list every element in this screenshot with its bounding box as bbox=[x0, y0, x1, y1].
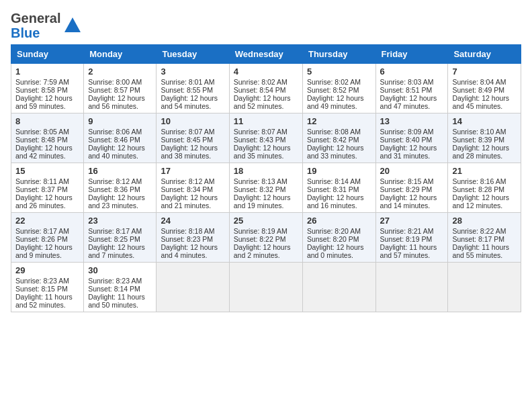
logo-icon bbox=[63, 16, 82, 35]
sunrise-text: Sunrise: 8:23 AM bbox=[88, 277, 152, 285]
sunrise-text: Sunrise: 8:04 AM bbox=[452, 78, 517, 86]
sunrise-text: Sunrise: 8:05 AM bbox=[15, 128, 79, 136]
sunset-text: Sunset: 8:26 PM bbox=[15, 235, 79, 243]
daylight-text: Daylight: 12 hours and 54 minutes. bbox=[161, 94, 224, 110]
calendar-week-row: 8Sunrise: 8:05 AMSunset: 8:48 PMDaylight… bbox=[11, 113, 521, 163]
day-number: 3 bbox=[161, 66, 224, 77]
day-number: 2 bbox=[88, 66, 152, 77]
sunrise-text: Sunrise: 8:15 AM bbox=[380, 177, 444, 185]
daylight-text: Daylight: 12 hours and 35 minutes. bbox=[234, 144, 298, 160]
sunset-text: Sunset: 8:43 PM bbox=[234, 136, 298, 144]
daylight-text: Daylight: 12 hours and 0 minutes. bbox=[307, 243, 371, 259]
daylight-text: Daylight: 12 hours and 7 minutes. bbox=[88, 243, 152, 259]
daylight-text: Daylight: 12 hours and 4 minutes. bbox=[161, 243, 224, 259]
sunset-text: Sunset: 8:51 PM bbox=[380, 86, 444, 94]
sunrise-text: Sunrise: 8:09 AM bbox=[380, 128, 444, 136]
sunrise-text: Sunrise: 8:06 AM bbox=[88, 128, 152, 136]
sunrise-text: Sunrise: 8:01 AM bbox=[161, 78, 224, 86]
calendar-week-row: 15Sunrise: 8:11 AMSunset: 8:37 PMDayligh… bbox=[11, 163, 521, 213]
day-number: 14 bbox=[452, 116, 517, 126]
calendar-cell: 6Sunrise: 8:03 AMSunset: 8:51 PMDaylight… bbox=[375, 64, 448, 113]
sunrise-text: Sunrise: 8:14 AM bbox=[307, 177, 371, 185]
sunset-text: Sunset: 8:55 PM bbox=[161, 86, 224, 94]
sunrise-text: Sunrise: 8:18 AM bbox=[161, 227, 224, 235]
daylight-text: Daylight: 12 hours and 33 minutes. bbox=[307, 144, 371, 160]
sunrise-text: Sunrise: 8:22 AM bbox=[452, 227, 517, 235]
sunset-text: Sunset: 8:48 PM bbox=[15, 136, 79, 144]
calendar-cell: 2Sunrise: 8:00 AMSunset: 8:57 PMDaylight… bbox=[84, 64, 157, 113]
sunrise-text: Sunrise: 8:03 AM bbox=[380, 78, 444, 86]
sunrise-text: Sunrise: 8:17 AM bbox=[15, 227, 79, 235]
header: General Blue bbox=[11, 11, 521, 40]
calendar-cell: 11Sunrise: 8:07 AMSunset: 8:43 PMDayligh… bbox=[229, 113, 302, 163]
daylight-text: Daylight: 12 hours and 16 minutes. bbox=[307, 193, 371, 210]
calendar-cell bbox=[157, 263, 229, 312]
calendar-cell: 9Sunrise: 8:06 AMSunset: 8:46 PMDaylight… bbox=[84, 113, 157, 163]
sunset-text: Sunset: 8:34 PM bbox=[161, 185, 224, 193]
day-number: 24 bbox=[161, 216, 224, 226]
sunrise-text: Sunrise: 8:17 AM bbox=[88, 227, 152, 235]
daylight-text: Daylight: 12 hours and 52 minutes. bbox=[234, 94, 298, 110]
calendar-cell: 14Sunrise: 8:10 AMSunset: 8:39 PMDayligh… bbox=[448, 113, 521, 163]
calendar-cell: 20Sunrise: 8:15 AMSunset: 8:29 PMDayligh… bbox=[375, 163, 448, 213]
sunrise-text: Sunrise: 8:20 AM bbox=[307, 227, 371, 235]
sunset-text: Sunset: 8:28 PM bbox=[452, 185, 517, 193]
daylight-text: Daylight: 11 hours and 50 minutes. bbox=[88, 293, 152, 309]
day-number: 13 bbox=[380, 116, 444, 126]
day-number: 17 bbox=[161, 166, 224, 176]
sunrise-text: Sunrise: 8:16 AM bbox=[452, 177, 517, 185]
day-number: 6 bbox=[380, 66, 444, 77]
column-header-monday: Monday bbox=[84, 45, 157, 64]
day-number: 12 bbox=[307, 116, 371, 126]
calendar-cell: 21Sunrise: 8:16 AMSunset: 8:28 PMDayligh… bbox=[448, 163, 521, 213]
calendar-week-row: 29Sunrise: 8:23 AMSunset: 8:15 PMDayligh… bbox=[11, 263, 521, 312]
sunset-text: Sunset: 8:32 PM bbox=[234, 185, 298, 193]
day-number: 22 bbox=[15, 216, 79, 226]
sunrise-text: Sunrise: 8:12 AM bbox=[161, 177, 224, 185]
calendar-cell bbox=[229, 263, 302, 312]
calendar-cell: 26Sunrise: 8:20 AMSunset: 8:20 PMDayligh… bbox=[302, 213, 375, 263]
daylight-text: Daylight: 12 hours and 47 minutes. bbox=[380, 94, 444, 110]
calendar-cell: 10Sunrise: 8:07 AMSunset: 8:45 PMDayligh… bbox=[157, 113, 229, 163]
column-header-friday: Friday bbox=[375, 45, 448, 64]
sunset-text: Sunset: 8:42 PM bbox=[307, 136, 371, 144]
day-number: 5 bbox=[307, 66, 371, 77]
daylight-text: Daylight: 12 hours and 28 minutes. bbox=[452, 144, 517, 160]
sunset-text: Sunset: 8:37 PM bbox=[15, 185, 79, 193]
sunset-text: Sunset: 8:46 PM bbox=[88, 136, 152, 144]
column-header-thursday: Thursday bbox=[302, 45, 375, 64]
sunset-text: Sunset: 8:20 PM bbox=[307, 235, 371, 243]
calendar-header-row: SundayMondayTuesdayWednesdayThursdayFrid… bbox=[11, 45, 521, 64]
sunrise-text: Sunrise: 8:02 AM bbox=[234, 78, 298, 86]
calendar-cell: 18Sunrise: 8:13 AMSunset: 8:32 PMDayligh… bbox=[229, 163, 302, 213]
sunset-text: Sunset: 8:19 PM bbox=[380, 235, 444, 243]
sunset-text: Sunset: 8:31 PM bbox=[307, 185, 371, 193]
day-number: 21 bbox=[452, 166, 517, 176]
sunrise-text: Sunrise: 8:00 AM bbox=[88, 78, 152, 86]
sunset-text: Sunset: 8:22 PM bbox=[234, 235, 298, 243]
daylight-text: Daylight: 12 hours and 19 minutes. bbox=[234, 193, 298, 210]
sunrise-text: Sunrise: 8:19 AM bbox=[234, 227, 298, 235]
day-number: 27 bbox=[380, 216, 444, 226]
sunrise-text: Sunrise: 8:13 AM bbox=[234, 177, 298, 185]
daylight-text: Daylight: 12 hours and 26 minutes. bbox=[15, 193, 79, 210]
daylight-text: Daylight: 12 hours and 59 minutes. bbox=[15, 94, 79, 110]
daylight-text: Daylight: 12 hours and 42 minutes. bbox=[15, 144, 79, 160]
sunset-text: Sunset: 8:45 PM bbox=[161, 136, 224, 144]
daylight-text: Daylight: 11 hours and 52 minutes. bbox=[15, 293, 79, 309]
sunset-text: Sunset: 8:39 PM bbox=[452, 136, 517, 144]
calendar-cell: 4Sunrise: 8:02 AMSunset: 8:54 PMDaylight… bbox=[229, 64, 302, 113]
sunset-text: Sunset: 8:54 PM bbox=[234, 86, 298, 94]
calendar-cell: 22Sunrise: 8:17 AMSunset: 8:26 PMDayligh… bbox=[11, 213, 84, 263]
calendar-cell: 13Sunrise: 8:09 AMSunset: 8:40 PMDayligh… bbox=[375, 113, 448, 163]
day-number: 16 bbox=[88, 166, 152, 176]
daylight-text: Daylight: 12 hours and 40 minutes. bbox=[88, 144, 152, 160]
calendar-cell: 3Sunrise: 8:01 AMSunset: 8:55 PMDaylight… bbox=[157, 64, 229, 113]
daylight-text: Daylight: 12 hours and 9 minutes. bbox=[15, 243, 79, 259]
calendar-cell: 8Sunrise: 8:05 AMSunset: 8:48 PMDaylight… bbox=[11, 113, 84, 163]
day-number: 28 bbox=[452, 216, 517, 226]
sunset-text: Sunset: 8:58 PM bbox=[15, 86, 79, 94]
calendar-cell: 1Sunrise: 7:59 AMSunset: 8:58 PMDaylight… bbox=[11, 64, 84, 113]
calendar-cell: 23Sunrise: 8:17 AMSunset: 8:25 PMDayligh… bbox=[84, 213, 157, 263]
calendar: SundayMondayTuesdayWednesdayThursdayFrid… bbox=[11, 44, 521, 312]
